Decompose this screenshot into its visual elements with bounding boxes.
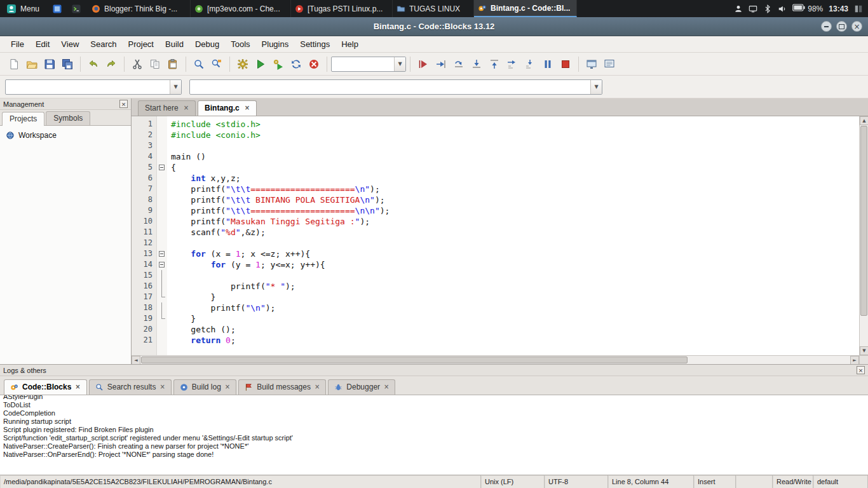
code-text[interactable] — [167, 270, 859, 281]
code-text[interactable]: printf("Masukan Tinggi Segitiga :"); — [167, 216, 859, 227]
horizontal-scroll-track[interactable] — [140, 356, 850, 364]
step-into-instruction-button[interactable] — [521, 55, 539, 73]
menu-build[interactable]: Build — [159, 37, 189, 51]
close-tab-icon[interactable]: × — [384, 384, 389, 390]
run-to-cursor-button[interactable] — [432, 55, 450, 73]
next-line-button[interactable] — [450, 55, 468, 73]
build-target-combo-dropdown-arrow-icon[interactable]: ▼ — [394, 57, 405, 71]
fold-box-icon[interactable] — [159, 165, 165, 170]
copy-button[interactable] — [146, 55, 164, 73]
taskbar-window-button[interactable]: [mp3evo.com - Che... — [191, 0, 291, 17]
panel-end-icon[interactable] — [854, 4, 863, 13]
code-text[interactable]: int x,y,z; — [167, 173, 859, 184]
find-button[interactable] — [190, 55, 208, 73]
close-logs-icon[interactable] — [857, 366, 865, 374]
menu-debug[interactable]: Debug — [189, 37, 225, 51]
code-text[interactable]: printf("\t\t=====================\n\n"); — [167, 205, 859, 216]
fold-box-icon[interactable] — [159, 262, 165, 268]
abort-build-button[interactable] — [305, 55, 323, 73]
logs-tab-build-messages[interactable]: Build messages× — [238, 379, 326, 395]
management-tab-projects[interactable]: Projects — [2, 112, 44, 126]
code-text[interactable]: return 0; — [167, 335, 859, 346]
build-target-combo[interactable]: ▼ — [331, 57, 406, 72]
menu-file[interactable]: File — [5, 37, 30, 51]
scope-combo-dropdown-arrow-icon[interactable]: ▼ — [170, 80, 181, 94]
volume-tray-button[interactable] — [778, 4, 787, 13]
cut-button[interactable] — [128, 55, 146, 73]
tree-item-workspace[interactable]: Workspace — [6, 131, 125, 140]
scroll-left-arrow[interactable] — [132, 356, 140, 365]
code-text[interactable]: } — [167, 313, 859, 324]
code-text[interactable]: printf("\t\t=====================\n"); — [167, 184, 859, 194]
horizontal-scroll-thumb[interactable] — [141, 356, 688, 363]
vertical-scroll-thumb[interactable] — [860, 126, 867, 316]
logs-tab-debugger[interactable]: Debugger× — [328, 379, 395, 395]
next-instruction-button[interactable] — [503, 55, 521, 73]
rebuild-button[interactable] — [287, 55, 305, 73]
fold-margin-cell[interactable] — [157, 162, 167, 173]
run-button[interactable] — [252, 55, 269, 73]
function-combo[interactable]: ▼ — [189, 79, 602, 95]
scroll-down-arrow[interactable] — [860, 346, 868, 355]
battery-indicator[interactable]: 98% — [792, 4, 823, 13]
menu-project[interactable]: Project — [123, 37, 159, 51]
undo-button[interactable] — [85, 55, 102, 73]
logs-content[interactable]: AStylePluginToDoListCodeCompletionRunnin… — [0, 395, 868, 475]
maximize-button[interactable] — [836, 21, 847, 32]
menu-view[interactable]: View — [55, 37, 85, 51]
menu-button[interactable]: Menu — [0, 0, 46, 17]
code-text[interactable]: printf("\t\t BINTANG POLA SEGITIGA\n"); — [167, 194, 859, 205]
code-text[interactable]: #include <conio.h> — [167, 130, 859, 140]
code-text[interactable] — [167, 140, 859, 151]
stop-debug-button[interactable] — [557, 55, 574, 73]
display-tray-button[interactable] — [749, 4, 757, 13]
paste-button[interactable] — [164, 55, 182, 73]
debug-continue-button[interactable] — [414, 55, 432, 73]
logs-tab-search-results[interactable]: Search results× — [89, 379, 172, 395]
open-file-button[interactable] — [23, 55, 41, 73]
vertical-scroll-track[interactable] — [860, 125, 868, 346]
vertical-scrollbar[interactable] — [859, 116, 868, 355]
editor-tab-bintang-c[interactable]: Bintang.c× — [198, 100, 257, 116]
pause-debug-button[interactable] — [539, 55, 557, 73]
debug-windows-button[interactable] — [583, 55, 600, 73]
clock[interactable]: 13:43 — [829, 4, 848, 13]
close-button[interactable] — [851, 21, 862, 32]
fold-box-icon[interactable] — [159, 251, 165, 257]
function-combo-dropdown-arrow-icon[interactable]: ▼ — [590, 80, 602, 94]
editor-tab-start-here[interactable]: Start here× — [138, 100, 196, 116]
menu-plugins[interactable]: Plugins — [256, 37, 295, 51]
user-tray-button[interactable] — [734, 4, 743, 13]
fold-margin-cell[interactable] — [157, 248, 167, 259]
scroll-right-arrow[interactable] — [850, 356, 859, 365]
save-button[interactable] — [41, 55, 58, 73]
logs-tab-build-log[interactable]: Build log× — [173, 379, 236, 395]
close-panel-icon[interactable] — [119, 100, 128, 108]
redo-button[interactable] — [102, 55, 120, 73]
code-text[interactable]: } — [167, 292, 859, 302]
code-text[interactable]: printf("* "); — [167, 281, 859, 292]
management-tab-symbols[interactable]: Symbols — [46, 111, 90, 125]
minimize-button[interactable] — [821, 21, 832, 32]
close-tab-icon[interactable]: × — [184, 105, 189, 111]
horizontal-scrollbar[interactable] — [132, 356, 859, 364]
step-out-button[interactable] — [485, 55, 503, 73]
menu-help[interactable]: Help — [336, 37, 364, 51]
fold-margin-cell[interactable] — [157, 259, 167, 270]
scroll-up-arrow[interactable] — [860, 116, 868, 125]
step-into-button[interactable] — [468, 55, 485, 73]
close-tab-icon[interactable]: × — [245, 105, 250, 111]
replace-button[interactable] — [208, 55, 226, 73]
menu-search[interactable]: Search — [85, 37, 122, 51]
build-button[interactable] — [234, 55, 252, 73]
close-tab-icon[interactable]: × — [75, 384, 80, 390]
code-text[interactable] — [167, 238, 859, 248]
taskbar-window-button[interactable]: Blogger: Think Big -... — [88, 0, 191, 17]
info-windows-button[interactable] — [600, 55, 618, 73]
save-all-button[interactable] — [58, 55, 76, 73]
code-text[interactable]: #include <stdio.h> — [167, 119, 859, 130]
close-tab-icon[interactable]: × — [315, 384, 320, 390]
menu-tools[interactable]: Tools — [225, 37, 255, 51]
scope-combo[interactable]: ▼ — [5, 79, 182, 95]
code-text[interactable]: for (x = 1; x <=z; x++){ — [167, 248, 859, 259]
